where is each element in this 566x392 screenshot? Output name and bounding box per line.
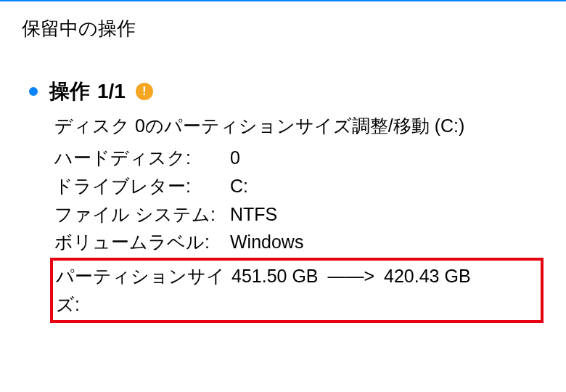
row-volume-label: ボリュームラベル: Windows xyxy=(54,228,533,256)
panel-title: 保留中の操作 xyxy=(22,16,136,41)
drive-letter-value: C: xyxy=(230,172,533,200)
operation-header: 操作 1/1 ! xyxy=(29,78,153,105)
partition-size-label: パーティションサイズ: xyxy=(56,262,231,319)
volume-label-value: Windows xyxy=(230,228,533,256)
volume-label-label: ボリュームラベル: xyxy=(54,228,230,256)
drive-letter-label: ドライブレター: xyxy=(54,172,230,200)
partition-size-to: 420.43 GB xyxy=(384,266,471,286)
row-partition-size: パーティションサイズ: 451.50 GB ——> 420.43 GB xyxy=(56,262,538,319)
warning-icon: ! xyxy=(136,83,153,100)
operation-details: ディスク 0のパーティションサイズ調整/移動 (C:) ハードディスク: 0 ド… xyxy=(54,114,533,323)
hard-disk-value: 0 xyxy=(230,144,533,172)
partition-size-value: 451.50 GB ——> 420.43 GB xyxy=(231,262,538,319)
row-hard-disk: ハードディスク: 0 xyxy=(54,144,533,172)
operation-label: 操作 xyxy=(49,78,90,105)
file-system-label: ファイル システム: xyxy=(54,200,230,229)
partition-size-highlight: パーティションサイズ: 451.50 GB ——> 420.43 GB xyxy=(50,258,544,323)
row-drive-letter: ドライブレター: C: xyxy=(54,172,533,200)
arrow-icon: ——> xyxy=(327,262,374,290)
row-file-system: ファイル システム: NTFS xyxy=(54,200,533,229)
partition-size-from: 451.50 GB xyxy=(231,266,319,286)
operation-count: 1/1 xyxy=(97,80,126,103)
operation-description: ディスク 0のパーティションサイズ調整/移動 (C:) xyxy=(54,114,533,138)
hard-disk-label: ハードディスク: xyxy=(54,144,230,172)
file-system-value: NTFS xyxy=(230,200,533,229)
bullet-icon xyxy=(29,87,38,96)
